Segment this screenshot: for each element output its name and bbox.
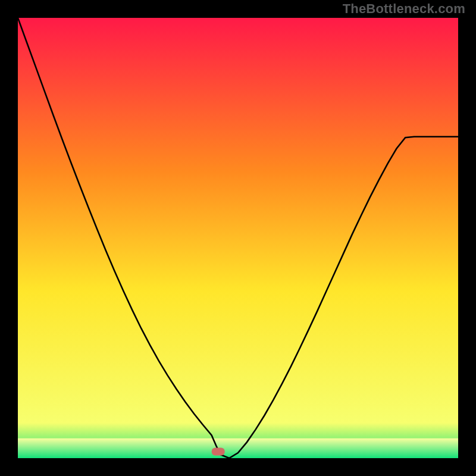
watermark-text: TheBottleneck.com — [343, 1, 465, 17]
bottom-band — [18, 439, 458, 458]
chart-svg — [18, 18, 458, 458]
trough-marker — [212, 447, 225, 455]
chart-frame: TheBottleneck.com — [0, 0, 476, 476]
gradient-bg — [18, 18, 458, 458]
plot-area — [18, 18, 458, 458]
